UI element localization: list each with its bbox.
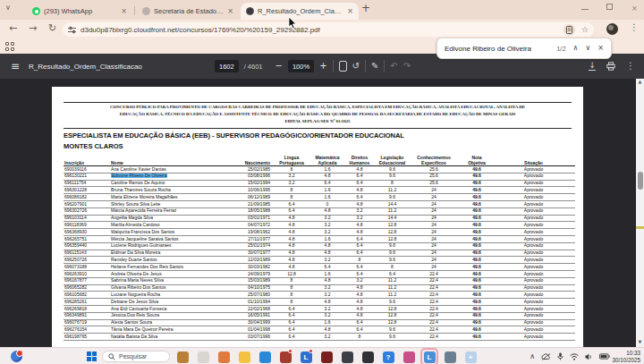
tab-close-icon[interactable]: ×	[121, 8, 127, 15]
table-cell: 9.6	[377, 195, 408, 199]
tab-search-chevron-icon[interactable]: ∨	[5, 4, 11, 12]
undo-icon[interactable]: ↶	[390, 62, 397, 71]
scrollbar[interactable]: ▲ ▼	[636, 79, 644, 347]
find-previous-icon[interactable]: ∧	[573, 45, 579, 52]
profile-avatar[interactable]	[606, 23, 618, 35]
redo-icon[interactable]: ↷	[403, 62, 411, 71]
page-number-input[interactable]: 1602	[215, 60, 239, 72]
scrollbar-thumb[interactable]	[638, 172, 643, 190]
minimize-button[interactable]	[581, 4, 589, 12]
table-cell: 8	[343, 334, 377, 339]
table-cell: 3.2	[312, 307, 343, 311]
widgets-icon[interactable]	[11, 351, 22, 362]
address-bar[interactable]: d3du0p87blxrg0.cloudfront.net/concursos/…	[63, 22, 594, 37]
scroll-down-icon[interactable]: ▼	[637, 340, 643, 344]
tab-whatsapp[interactable]: (293) WhatsApp ×	[27, 3, 132, 20]
zoom-level[interactable]: 100%	[288, 60, 314, 72]
browser-toolbar: ← → ↻ d3du0p87blxrg0.cloudfront.net/conc…	[0, 20, 644, 39]
maximize-button[interactable]	[606, 4, 613, 12]
taskbar-search[interactable]: Pesquisar	[102, 351, 170, 362]
table-row: 696263910Andréa Oliveira De Jesus24/09/1…	[64, 271, 575, 278]
profile-app-icon[interactable]	[216, 350, 231, 364]
rotate-icon[interactable]: ↺	[352, 62, 360, 71]
table-cell: 22.4	[408, 285, 460, 290]
tray-chevron-icon[interactable]: ∧	[530, 353, 535, 360]
microphone-icon[interactable]	[557, 352, 564, 360]
notif-app-icon[interactable]	[278, 350, 292, 364]
print-icon[interactable]	[606, 62, 615, 71]
pdf-more-icon[interactable]: ⋮	[626, 62, 635, 71]
table-cell: 24	[408, 188, 460, 192]
table-cell: 6.4	[271, 334, 312, 339]
onedrive-paused-icon[interactable]	[541, 353, 551, 360]
find-query-input[interactable]: Edivone Ribeiro de Oliveira	[445, 45, 531, 53]
fit-page-icon[interactable]	[339, 61, 347, 72]
security-shield-app-icon[interactable]	[319, 350, 334, 364]
tab-pdf-active[interactable]: R_Resultado_Ordem_Classifica ×	[241, 3, 359, 20]
storage-app-icon[interactable]	[340, 350, 354, 364]
castle-app-icon[interactable]	[175, 350, 190, 364]
reader-mode-icon[interactable]	[564, 24, 575, 36]
document-subtitle: MONTES CLAROS	[64, 142, 123, 150]
back-icon[interactable]: ←	[9, 23, 17, 33]
download-icon[interactable]: ↓	[589, 62, 596, 72]
table-cell: Luciane Nogueira Rocha	[110, 292, 229, 297]
zoom-out-icon[interactable]: −	[275, 62, 283, 71]
table-cell: 04/07/1972	[229, 223, 271, 227]
table-cell: 696265751	[64, 237, 110, 241]
tab-secretaria[interactable]: Secretaria de Estado da Educa ×	[137, 3, 239, 20]
table-cell: Jéssica Dos Reis Souza	[110, 313, 229, 317]
table-cell: 6.4	[343, 243, 377, 248]
question-app-icon[interactable]: ?	[381, 350, 395, 364]
table-cell: 696276154	[64, 327, 110, 332]
table-cell: 25/02/1985	[229, 167, 271, 172]
search-icon	[108, 353, 115, 360]
scroll-up-icon[interactable]: ▲	[637, 80, 643, 84]
table-cell: 49.6	[460, 285, 494, 290]
table-cell: 6.4	[312, 181, 343, 185]
pdf-menu-icon[interactable]: ≡	[11, 61, 20, 72]
table-cell: Ana Eldi Cantuaria Fonseca	[110, 307, 229, 311]
table-cell: Edivone Ribeiro De Oliveira	[110, 174, 229, 178]
paint-app-tile	[403, 351, 415, 363]
gray-blue-app-icon[interactable]	[443, 350, 457, 364]
table-cell: Aprovado	[494, 285, 573, 290]
tab-close-icon[interactable]: ×	[347, 8, 353, 15]
wifi-icon[interactable]	[570, 353, 579, 360]
speaker-icon[interactable]	[585, 353, 593, 360]
camera-app-icon[interactable]	[360, 350, 375, 364]
table-cell: 49.6	[460, 278, 494, 283]
battery-icon[interactable]	[599, 353, 610, 360]
table-cell: 6.4	[377, 272, 408, 276]
table-cell: 696301228	[64, 188, 110, 192]
system-tray: ∧	[530, 348, 610, 364]
table-cell: 696065282	[64, 285, 110, 290]
table-cell: 8	[377, 181, 408, 185]
table-cell: 22.4	[408, 327, 460, 332]
paint-app-icon[interactable]	[402, 350, 416, 364]
apps-grid-icon[interactable]	[5, 42, 14, 51]
site-info-icon[interactable]	[68, 26, 76, 34]
tab-close-icon[interactable]: ×	[227, 8, 233, 15]
find-next-icon[interactable]: ∨	[585, 45, 590, 52]
bookmark-star-icon[interactable]: ☆	[581, 26, 589, 34]
reload-icon[interactable]: ↻	[48, 23, 56, 33]
l-app-active-icon[interactable]: L	[422, 350, 436, 364]
zoom-in-icon[interactable]: +	[319, 62, 326, 71]
pin-app-icon[interactable]: +	[463, 350, 478, 364]
table-cell: Aprovado	[494, 167, 573, 172]
browser-menu-icon[interactable]: ⋮	[630, 23, 639, 32]
file-explorer-icon[interactable]	[237, 350, 251, 364]
table-cell: 6.4	[343, 327, 377, 332]
find-close-icon[interactable]: ×	[597, 45, 604, 52]
new-tab-button[interactable]: +	[361, 3, 370, 13]
edge-browser-icon[interactable]	[258, 350, 272, 364]
close-window-button[interactable]: ×	[631, 5, 638, 13]
forward-icon[interactable]: →	[29, 23, 37, 33]
l-app-icon[interactable]: L	[299, 350, 313, 364]
start-button[interactable]	[87, 351, 97, 361]
annotate-icon[interactable]: ✎	[371, 62, 378, 71]
taskbar-clock[interactable]: 10:33 30/10/2025	[612, 350, 640, 363]
url-text: d3du0p87blxrg0.cloudfront.net/concursos/…	[80, 26, 320, 34]
files-app-icon[interactable]	[196, 350, 210, 364]
